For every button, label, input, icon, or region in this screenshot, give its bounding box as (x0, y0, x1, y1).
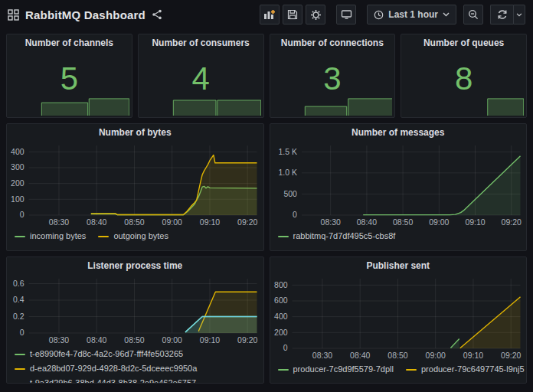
legend-item[interactable]: rabbitmq-7d7df495c5-cbs8f (278, 230, 396, 242)
svg-text:08:30: 08:30 (49, 218, 69, 227)
legend-series-color (278, 236, 289, 237)
svg-text:08:50: 08:50 (393, 218, 413, 227)
legend-item[interactable]: incoming bytes (15, 230, 86, 242)
svg-text:08:50: 08:50 (387, 351, 407, 360)
svg-text:400: 400 (11, 148, 25, 156)
add-panel-button[interactable] (260, 5, 280, 24)
legend-item[interactable]: producer-7c9d9f5579-7dpll (278, 364, 394, 375)
svg-text:0: 0 (293, 211, 297, 219)
refresh-button[interactable] (490, 5, 513, 24)
svg-text:0: 0 (20, 211, 25, 219)
legend-series-label: outgoing bytes (113, 230, 168, 242)
panel-title[interactable]: Publisher sent (270, 257, 527, 274)
toolbar: Last 1 hour (260, 5, 525, 24)
panel-title[interactable]: Number of bytes (7, 124, 263, 141)
svg-text:09:00: 09:00 (162, 336, 182, 345)
panel-title[interactable]: Number of queues (401, 34, 526, 51)
svg-text:08:40: 08:40 (87, 218, 106, 227)
stat-panel-queues: Number of queues 8 (401, 34, 527, 118)
time-range-picker[interactable]: Last 1 hour (367, 5, 456, 24)
legend-item[interactable]: t-9a3d29b6-38bd-44d3-8b38-2e9e462e6757 (15, 377, 257, 384)
legend-series-label: t-e8990fe4-7d8c-4a2c-96d7-fff4fe503265 (30, 348, 183, 360)
svg-text:0: 0 (20, 328, 25, 337)
tv-mode-button[interactable] (336, 5, 356, 24)
time-range-label: Last 1 hour (388, 9, 438, 20)
stat-panel-consumers: Number of consumers 4 (138, 34, 264, 118)
chart-plot-area[interactable]: 05001.0 K1.5 K08:3008:4008:5009:0009:100… (270, 141, 527, 228)
svg-text:09:00: 09:00 (425, 351, 445, 360)
svg-text:08:40: 08:40 (350, 351, 370, 360)
svg-text:09:20: 09:20 (501, 351, 521, 360)
svg-text:08:50: 08:50 (124, 336, 144, 345)
share-icon[interactable] (152, 9, 162, 20)
chart-canvas: 010020030040008:3008:4008:5009:0009:1009… (7, 141, 263, 228)
chart-canvas: 00.20.40.608:3008:4008:5009:0009:1009:20 (7, 274, 263, 346)
panel-title[interactable]: Number of consumers (139, 34, 263, 51)
svg-text:100: 100 (11, 195, 25, 204)
legend-series-color (15, 354, 25, 355)
zoom-out-time-button[interactable] (463, 5, 483, 24)
sparkline-canvas (273, 96, 393, 116)
legend-series-label: d-ea28bd07-929d-4928-8d2c-5dceeec9950a (30, 363, 197, 374)
svg-text:500: 500 (283, 190, 297, 198)
svg-text:08:30: 08:30 (320, 218, 340, 227)
stat-panel-connections: Number of connections 3 (270, 34, 396, 118)
svg-text:09:10: 09:10 (200, 336, 220, 345)
svg-text:200: 200 (11, 179, 25, 188)
svg-text:08:40: 08:40 (87, 336, 106, 345)
legend-series-color (278, 369, 289, 371)
stat-sparkline (141, 96, 261, 116)
chart-canvas: 05001.0 K1.5 K08:3008:4008:5009:0009:100… (270, 141, 527, 228)
svg-text:0.2: 0.2 (13, 312, 25, 321)
legend-item[interactable]: producer-79c6497745-l9nj5 (406, 364, 525, 375)
legend-item[interactable]: t-e8990fe4-7d8c-4a2c-96d7-fff4fe503265 (15, 348, 257, 360)
panel-title[interactable]: Number of connections (270, 34, 395, 51)
panel-title[interactable]: Number of messages (270, 124, 527, 141)
legend-series-color (406, 369, 417, 371)
chart-plot-area[interactable]: 010020030040008:3008:4008:5009:0009:1009… (7, 141, 263, 228)
stat-sparkline (404, 96, 524, 116)
svg-text:09:20: 09:20 (501, 218, 521, 227)
chart-plot-area[interactable]: 020040060080008:3008:4008:5009:0009:1009… (270, 274, 527, 361)
settings-gear-button[interactable] (306, 5, 325, 24)
sparkline-canvas (141, 96, 261, 116)
refresh-button-group (490, 5, 525, 24)
legend-item[interactable]: d-ea28bd07-929d-4928-8d2c-5dceeec9950a (15, 363, 257, 374)
sparkline-canvas (9, 96, 129, 116)
svg-text:0: 0 (283, 344, 287, 352)
chart-legend: producer-7c9d9f5579-7dpllproducer-79c649… (270, 361, 527, 375)
legend-series-color (15, 383, 25, 384)
apps-grid-icon[interactable] (8, 9, 19, 21)
chart-panel-listener-process-time: Listener process time 00.20.40.608:3008:… (6, 256, 264, 384)
dashboard-title[interactable]: RabbitMQ Dashboard (25, 8, 146, 21)
svg-text:200: 200 (274, 328, 288, 337)
clock-icon (374, 10, 384, 20)
legend-series-label: t-9a3d29b6-38bd-44d3-8b38-2e9e462e6757 (30, 377, 196, 384)
chart-legend: t-e8990fe4-7d8c-4a2c-96d7-fff4fe503265d-… (7, 346, 263, 384)
svg-text:0.6: 0.6 (13, 279, 25, 288)
svg-text:400: 400 (274, 312, 288, 321)
dashboard-grid: Number of channels 5 Number of consumers… (0, 29, 533, 384)
legend-series-label: producer-7c9d9f5579-7dpll (293, 364, 394, 375)
panel-title[interactable]: Number of channels (7, 34, 132, 51)
chart-legend: rabbitmq-7d7df495c5-cbs8f (270, 228, 527, 242)
stat-sparkline (273, 96, 393, 116)
legend-series-label: producer-79c6497745-l9nj5 (421, 364, 525, 375)
sparkline-canvas (404, 96, 524, 116)
save-dashboard-button[interactable] (283, 5, 302, 24)
legend-series-color (15, 368, 25, 370)
panel-title[interactable]: Listener process time (7, 257, 263, 274)
svg-text:600: 600 (274, 296, 288, 305)
chart-plot-area[interactable]: 00.20.40.608:3008:4008:5009:0009:1009:20 (7, 274, 263, 346)
legend-series-color (15, 236, 25, 237)
svg-text:0.4: 0.4 (13, 296, 25, 304)
chart-panel-number-of-bytes: Number of bytes 010020030040008:3008:400… (6, 123, 264, 251)
svg-text:1.5 K: 1.5 K (278, 148, 296, 156)
stat-panel-channels: Number of channels 5 (6, 34, 132, 118)
refresh-interval-dropdown[interactable] (513, 5, 525, 24)
svg-text:09:00: 09:00 (162, 218, 182, 227)
svg-text:1.0 K: 1.0 K (278, 168, 296, 177)
legend-item[interactable]: outgoing bytes (98, 230, 168, 242)
dashboard-header: RabbitMQ Dashboard (0, 0, 533, 29)
svg-text:08:30: 08:30 (312, 351, 332, 360)
